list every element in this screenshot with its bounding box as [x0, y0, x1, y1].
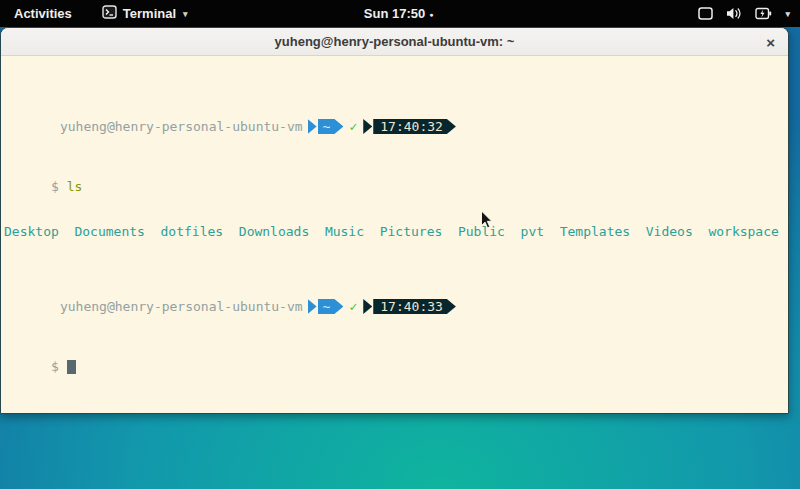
- display-icon: [698, 7, 713, 20]
- volume-icon: [726, 7, 742, 20]
- prompt-char: $: [51, 359, 59, 374]
- powerline-arrow-icon: [308, 119, 317, 134]
- activities-button[interactable]: Activities: [10, 6, 76, 21]
- prompt-line-1: yuheng@henry-personal-ubuntu-vm~✓17:40:3…: [4, 104, 788, 119]
- powerline-arrow-icon: [363, 299, 372, 314]
- prompt-time-segment: 17:40:33: [373, 299, 456, 314]
- clock-label: Sun 17:50: [364, 6, 425, 21]
- prompt-user-host: yuheng@henry-personal-ubuntu-vm: [60, 119, 303, 134]
- prompt-cwd-segment: ~: [318, 299, 344, 314]
- prompt-user-host: yuheng@henry-personal-ubuntu-vm: [60, 299, 303, 314]
- top-bar: Activities Terminal ▾ Sun 17:50 ●: [0, 0, 800, 27]
- command-text: ls: [67, 179, 83, 194]
- terminal-app-icon: [102, 5, 117, 22]
- powerline-arrow-icon: [363, 119, 372, 134]
- system-status-area[interactable]: ▾: [698, 7, 790, 20]
- notification-dot-icon: ●: [429, 11, 433, 18]
- prompt-line-2: yuheng@henry-personal-ubuntu-vm~✓17:40:3…: [4, 284, 788, 299]
- window-titlebar[interactable]: yuheng@henry-personal-ubuntu-vm: ~ ×: [1, 28, 788, 56]
- terminal-content[interactable]: yuheng@henry-personal-ubuntu-vm~✓17:40:3…: [1, 56, 788, 404]
- prompt-time-segment: 17:40:32: [373, 119, 456, 134]
- battery-icon: [755, 7, 772, 20]
- prompt-char: $: [51, 179, 59, 194]
- chevron-down-icon: ▾: [183, 9, 188, 19]
- close-icon[interactable]: ×: [766, 34, 775, 49]
- app-menu-label: Terminal: [123, 6, 176, 21]
- terminal-cursor: [67, 360, 76, 374]
- status-check-icon: ✓: [349, 299, 357, 314]
- terminal-window: yuheng@henry-personal-ubuntu-vm: ~ × yuh…: [0, 27, 789, 414]
- chevron-down-icon: ▾: [785, 9, 790, 19]
- powerline-arrow-icon: [308, 299, 317, 314]
- command-line: $ls: [4, 164, 788, 179]
- ls-output: Desktop Documents dotfiles Downloads Mus…: [4, 224, 788, 239]
- app-menu-terminal[interactable]: Terminal ▾: [102, 5, 188, 22]
- window-title: yuheng@henry-personal-ubuntu-vm: ~: [275, 34, 515, 49]
- input-line[interactable]: $: [4, 344, 788, 359]
- prompt-cwd-segment: ~: [318, 119, 344, 134]
- clock[interactable]: Sun 17:50 ●: [364, 0, 434, 27]
- status-check-icon: ✓: [349, 119, 357, 134]
